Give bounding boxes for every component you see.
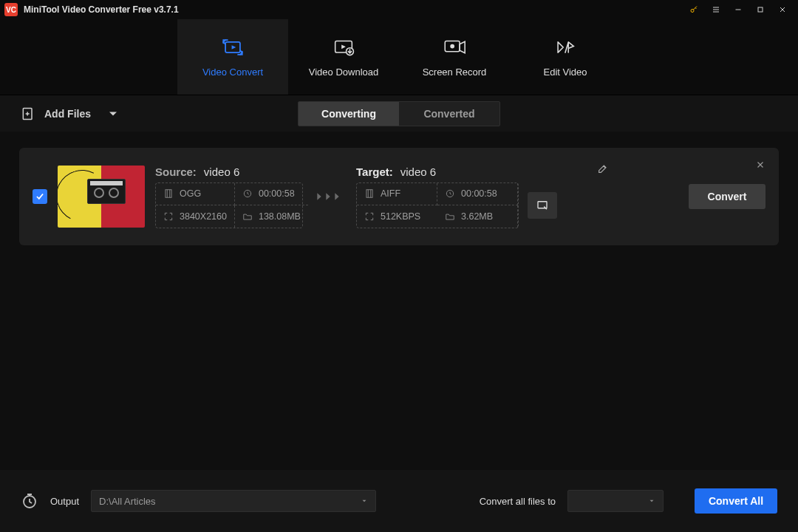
remove-task-button[interactable] [755, 160, 765, 173]
main-nav: Video Convert Video Download Screen Reco… [0, 19, 798, 95]
nav-label: Edit Video [543, 66, 587, 78]
nav-edit-video[interactable]: Edit Video [510, 19, 621, 95]
svg-rect-8 [166, 190, 171, 198]
target-block: Target: video 6 AIFF 00:00:58 512KBPS [356, 166, 557, 228]
task-checkbox[interactable] [33, 189, 47, 204]
folder-icon [242, 211, 253, 222]
target-settings-button[interactable] [528, 192, 557, 219]
nav-label: Screen Record [423, 66, 487, 78]
nav-screen-record[interactable]: Screen Record [399, 19, 510, 95]
tab-converted[interactable]: Converted [399, 102, 499, 126]
chevron-down-icon [361, 497, 368, 505]
content-area: Source: video 6 OGG 00:00:58 3840X2160 [0, 132, 798, 262]
source-name: video 6 [204, 166, 239, 178]
video-thumbnail[interactable] [58, 166, 145, 228]
chevron-down-icon [648, 497, 655, 505]
output-label: Output [50, 496, 79, 507]
dimensions-icon [163, 211, 174, 222]
arrow-chevrons [316, 191, 343, 202]
target-name: video 6 [400, 166, 436, 178]
source-label: Source: [155, 166, 197, 178]
menu-icon[interactable] [705, 0, 727, 19]
bottom-bar: Output D:\All Articles Convert all files… [0, 470, 798, 532]
settings-screen-icon [536, 199, 549, 212]
spec-size: 3.62MB [437, 205, 518, 228]
svg-point-6 [451, 44, 454, 47]
history-icon[interactable] [21, 492, 38, 510]
app-logo: VC [4, 3, 18, 16]
output-path-value: D:\All Articles [99, 496, 156, 507]
task-card: Source: video 6 OGG 00:00:58 3840X2160 [19, 148, 779, 245]
screen-record-icon [442, 37, 467, 58]
dimensions-icon [364, 211, 375, 222]
target-specs: AIFF 00:00:58 512KBPS 3.62MB [356, 183, 519, 228]
folder-icon [445, 211, 455, 222]
add-file-icon [21, 106, 35, 121]
close-button[interactable] [771, 0, 794, 19]
spec-duration: 00:00:58 [437, 183, 518, 205]
app-title: MiniTool Video Converter Free v3.7.1 [24, 4, 179, 15]
nav-label: Video Download [309, 66, 378, 78]
clock-icon [242, 188, 253, 199]
toolbar: Add Files Converting Converted [0, 95, 798, 132]
spec-format: OGG [156, 183, 235, 205]
nav-label: Video Convert [202, 66, 263, 78]
nav-video-download[interactable]: Video Download [288, 19, 399, 95]
tab-converting[interactable]: Converting [299, 102, 399, 126]
video-download-icon [331, 37, 356, 58]
convert-all-format-combo[interactable] [567, 490, 664, 512]
title-bar: VC MiniTool Video Converter Free v3.7.1 [0, 0, 798, 19]
maximize-button[interactable] [749, 0, 771, 19]
format-icon [163, 188, 174, 199]
output-path-combo[interactable]: D:\All Articles [91, 490, 376, 512]
edit-target-icon[interactable] [597, 163, 609, 177]
add-files-label: Add Files [44, 108, 91, 120]
key-icon[interactable] [683, 0, 705, 19]
convert-all-to-label: Convert all files to [480, 496, 556, 507]
spec-format: AIFF [357, 183, 437, 205]
chevron-down-icon [106, 106, 120, 121]
nav-video-convert[interactable]: Video Convert [177, 19, 288, 95]
spec-size: 138.08MB [235, 205, 308, 228]
svg-rect-10 [366, 190, 372, 198]
minimize-button[interactable] [727, 0, 749, 19]
format-icon [364, 188, 375, 199]
clock-icon [445, 188, 455, 199]
video-convert-icon [220, 37, 245, 58]
svg-rect-12 [538, 201, 547, 208]
source-specs: OGG 00:00:58 3840X2160 138.08MB [155, 183, 303, 228]
svg-rect-1 [758, 7, 763, 12]
edit-video-icon [553, 37, 578, 58]
spec-resolution: 3840X2160 [156, 205, 235, 228]
convert-all-button[interactable]: Convert All [695, 488, 777, 514]
target-label: Target: [356, 166, 393, 178]
add-files-button[interactable]: Add Files [21, 106, 120, 121]
spec-duration: 00:00:58 [235, 183, 308, 205]
convert-button[interactable]: Convert [689, 184, 765, 209]
spec-bitrate: 512KBPS [357, 205, 437, 228]
subtabs: Converting Converted [298, 101, 500, 126]
source-block: Source: video 6 OGG 00:00:58 3840X2160 [155, 166, 303, 228]
